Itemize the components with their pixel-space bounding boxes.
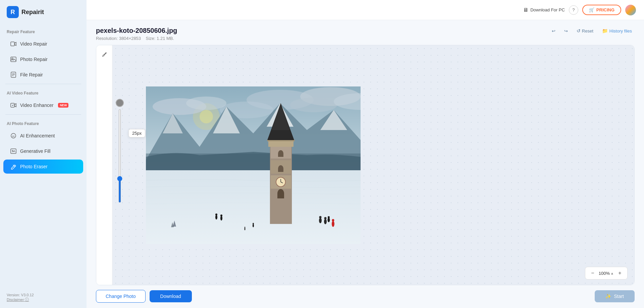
svg-point-54 (319, 218, 322, 223)
svg-point-61 (332, 219, 334, 221)
topbar: 🖥 Download For PC ? 🛒 PRICING (87, 0, 644, 20)
reset-icon: ↺ (577, 28, 581, 34)
monitor-icon: 🖥 (523, 7, 528, 13)
svg-rect-0 (11, 42, 14, 46)
section-title-ai-photo: AI Photo Feature (0, 116, 87, 128)
generative-fill-label: Generative Fill (20, 148, 50, 154)
sidebar-item-generative-fill[interactable]: Generative Fill (3, 144, 83, 158)
file-resolution: Resolution: 3804×2853 (96, 36, 141, 41)
svg-rect-38 (278, 153, 283, 157)
start-button[interactable]: ✨ Start (595, 290, 635, 302)
svg-point-63 (253, 223, 254, 224)
change-photo-button[interactable]: Change Photo (96, 290, 146, 303)
undo-button[interactable]: ↩ (549, 27, 558, 35)
svg-rect-30 (146, 170, 361, 244)
photo-eraser-icon (10, 163, 17, 170)
svg-point-20 (290, 98, 337, 112)
photo-scene (146, 86, 361, 244)
undo-icon: ↩ (552, 28, 555, 34)
sidebar-item-photo-repair[interactable]: Photo Repair (3, 52, 83, 66)
ai-enhancement-label: AI Enhancement (20, 133, 55, 138)
divider-1 (5, 84, 81, 84)
brush-control-panel: 25px (116, 99, 124, 204)
sidebar-item-video-repair[interactable]: Video Repair (3, 37, 83, 51)
generative-fill-icon (10, 148, 17, 155)
svg-rect-1 (11, 57, 16, 62)
app-icon: R (7, 6, 19, 18)
app-name: Repairit (21, 9, 44, 16)
sidebar-item-file-repair[interactable]: File Repair (3, 68, 83, 82)
user-avatar[interactable] (625, 5, 636, 15)
svg-point-58 (328, 218, 330, 222)
svg-rect-39 (278, 169, 283, 172)
zoom-in-button[interactable]: + (616, 269, 624, 277)
reset-button[interactable]: ↺ Reset (574, 27, 596, 35)
sidebar-item-photo-eraser[interactable]: Photo Eraser (3, 160, 83, 174)
redo-button[interactable]: ↪ (561, 27, 571, 35)
sidebar-item-ai-enhancement[interactable]: AI AI Enhancement (3, 129, 83, 143)
file-meta: Resolution: 3804×2853 Size: 1.21 MB. (96, 36, 549, 41)
sidebar-footer: Version: V3.0.12 Disclaimer ⓘ (0, 288, 87, 308)
brush-size-slider[interactable] (119, 109, 121, 203)
svg-text:AI: AI (12, 135, 15, 138)
download-pc-label: Download For PC (530, 7, 565, 12)
help-icon[interactable]: ? (569, 5, 578, 15)
video-repair-icon (10, 41, 17, 47)
file-info: pexels-koto-20850606.jpg Resolution: 380… (96, 27, 549, 41)
brush-tool-button[interactable] (99, 49, 110, 60)
svg-point-57 (324, 217, 327, 219)
video-repair-label: Video Repair (20, 41, 47, 47)
zoom-controls: − 100% ▲ + (585, 267, 628, 280)
file-size: Size: 1.21 MB. (146, 36, 174, 41)
history-files-button[interactable]: 📁 History files (599, 27, 635, 35)
photo-repair-label: Photo Repair (20, 57, 48, 62)
svg-rect-7 (11, 103, 14, 107)
photo-display (146, 49, 618, 282)
disclaimer-link[interactable]: Disclaimer ⓘ (7, 297, 80, 303)
svg-point-50 (215, 215, 217, 220)
download-for-pc-button[interactable]: 🖥 Download For PC (523, 7, 565, 13)
bottom-bar: Change Photo Download ✨ Start (96, 285, 635, 303)
zoom-percentage: 100% (599, 271, 610, 276)
app-logo: R Repairit (0, 0, 87, 24)
svg-point-12 (105, 53, 106, 54)
file-repair-label: File Repair (20, 72, 43, 77)
svg-rect-45 (277, 194, 284, 198)
brush-size-tooltip: 25px (128, 129, 145, 137)
svg-point-53 (220, 214, 222, 217)
svg-point-2 (12, 58, 13, 59)
file-actions: ↩ ↪ ↺ Reset 📁 History files (549, 27, 635, 35)
svg-rect-10 (11, 149, 16, 153)
photo-repair-icon (10, 56, 17, 63)
download-button[interactable]: Download (150, 290, 192, 302)
video-enhancer-label: Video Enhancer (20, 103, 53, 108)
pricing-button[interactable]: 🛒 PRICING (582, 5, 621, 15)
redo-icon: ↪ (564, 28, 568, 34)
zoom-arrow-up[interactable]: ▲ (610, 271, 614, 275)
canvas-area[interactable]: 25px (112, 45, 634, 285)
divider-2 (5, 114, 81, 115)
video-enhancer-icon (10, 102, 17, 109)
sidebar-item-video-enhancer[interactable]: Video Enhancer NEW (3, 98, 83, 112)
file-header: pexels-koto-20850606.jpg Resolution: 380… (96, 27, 635, 41)
svg-point-59 (328, 216, 330, 218)
svg-point-52 (220, 216, 222, 221)
file-repair-icon (10, 71, 17, 78)
svg-point-55 (319, 216, 322, 218)
disclaimer-info-icon: ⓘ (25, 297, 29, 302)
sidebar: R Repairit Repair Feature Video Repair P… (0, 0, 87, 308)
svg-point-62 (253, 224, 254, 227)
magic-wand-icon: ✨ (605, 294, 611, 299)
svg-point-64 (245, 228, 246, 230)
ai-enhancement-icon: AI (10, 132, 17, 139)
section-title-repair: Repair Feature (0, 24, 87, 36)
svg-point-11 (12, 150, 13, 151)
brush-circle (116, 99, 124, 107)
zoom-out-button[interactable]: − (589, 269, 597, 277)
svg-point-65 (245, 227, 246, 228)
new-badge: NEW (58, 103, 68, 108)
svg-point-17 (186, 97, 226, 110)
cart-icon: 🛒 (589, 7, 594, 12)
left-toolbar (96, 45, 112, 285)
svg-point-51 (215, 213, 217, 215)
